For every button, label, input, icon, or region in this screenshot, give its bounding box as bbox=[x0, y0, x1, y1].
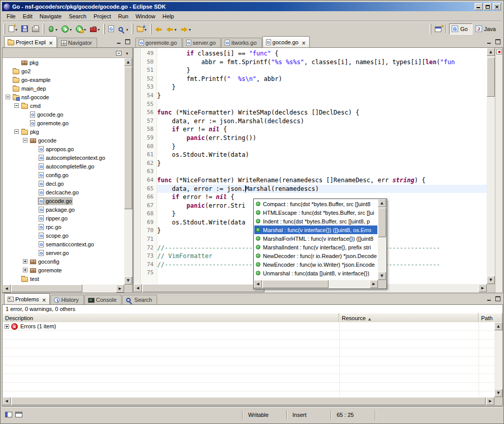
tree-item-pkg[interactable]: pkg bbox=[3, 58, 124, 67]
editor-hscrollbar-thumb[interactable] bbox=[142, 284, 264, 292]
close-tab-icon[interactable] bbox=[302, 40, 306, 44]
completion-item[interactable]: NewDecoder : func(r io.Reader) *json.Dec… bbox=[254, 251, 377, 260]
completion-item[interactable]: Compact : func(dst *bytes.Buffer, src []… bbox=[254, 200, 377, 208]
editor-vertical-scrollbar[interactable] bbox=[487, 48, 495, 284]
title-bar[interactable]: Go - nsf-gocode/src/pkg/gocode/gocode.go… bbox=[2, 2, 502, 11]
dropdown-arrow-icon[interactable] bbox=[69, 26, 72, 32]
maximize-button[interactable] bbox=[484, 3, 492, 10]
tree-vertical-scrollbar[interactable] bbox=[124, 58, 132, 285]
fast-view-icon[interactable] bbox=[5, 412, 12, 417]
popup-horizontal-scrollbar[interactable] bbox=[254, 280, 378, 289]
menu-window[interactable]: Window bbox=[132, 12, 159, 20]
collapse-all-button[interactable] bbox=[114, 48, 123, 58]
bottom-tab-problems[interactable]: Problems bbox=[4, 293, 50, 304]
maximize-view-button[interactable] bbox=[124, 38, 131, 45]
tree-item-main-dep[interactable]: main_dep bbox=[3, 84, 124, 93]
scroll-right-button[interactable] bbox=[486, 397, 494, 405]
tree-item-apropos-go[interactable]: apropos.go bbox=[3, 145, 124, 153]
close-tab-icon[interactable] bbox=[42, 297, 46, 301]
menu-file[interactable]: File bbox=[3, 12, 19, 20]
tree-item-cmd[interactable]: cmd bbox=[3, 101, 124, 110]
scroll-right-button[interactable] bbox=[479, 284, 487, 292]
tree-scrollbar-thumb[interactable] bbox=[124, 67, 132, 209]
completion-item[interactable]: NewEncoder : func(w io.Writer) *json.Enc… bbox=[254, 260, 377, 269]
tree-item-server-go[interactable]: server.go bbox=[3, 248, 124, 257]
print-button[interactable] bbox=[31, 23, 41, 35]
completion-item[interactable]: Indent : func(dst *bytes.Buffer, src []u… bbox=[254, 217, 377, 225]
tree-item-gocode-go[interactable]: gocode.go bbox=[3, 196, 124, 205]
explorer-tab-project-expl[interactable]: Project Expl bbox=[4, 36, 57, 47]
back-button[interactable] bbox=[165, 23, 178, 35]
editor-tab-server-go[interactable]: server.go bbox=[183, 38, 221, 47]
dropdown-arrow-icon[interactable] bbox=[54, 26, 57, 32]
editor-tab-goremote-go[interactable]: goremote.go bbox=[135, 38, 182, 47]
collapse-icon[interactable] bbox=[23, 138, 27, 143]
problems-row[interactable]: Errors (1 item) bbox=[3, 322, 494, 331]
tree-item-go2[interactable]: go2 bbox=[3, 67, 124, 75]
scroll-down-button[interactable] bbox=[494, 389, 502, 397]
popup-scrollbar-thumb[interactable] bbox=[378, 208, 386, 237]
tree-item-package-go[interactable]: package.go bbox=[3, 205, 124, 214]
new-go-file-button[interactable] bbox=[107, 23, 115, 35]
save-button[interactable] bbox=[20, 23, 29, 35]
editor-tab-itworks-go[interactable]: itworks.go bbox=[221, 38, 262, 47]
tree-item-declcache-go[interactable]: declcache.go bbox=[3, 188, 124, 196]
dropdown-arrow-icon[interactable] bbox=[188, 26, 191, 32]
scroll-right-button[interactable] bbox=[116, 285, 124, 293]
tree-item-pkg[interactable]: pkg bbox=[3, 127, 124, 136]
scroll-left-button[interactable] bbox=[3, 285, 11, 293]
editor-scrollbar-thumb[interactable] bbox=[487, 57, 495, 97]
menu-search[interactable]: Search bbox=[65, 12, 90, 20]
menu-edit[interactable]: Edit bbox=[19, 12, 36, 20]
minimize-editor-button[interactable] bbox=[485, 38, 493, 45]
collapse-icon[interactable] bbox=[14, 129, 19, 134]
scroll-left-button[interactable] bbox=[134, 284, 142, 292]
perspective-java[interactable]: Java bbox=[473, 23, 500, 35]
search-button[interactable] bbox=[116, 23, 130, 35]
new-wizard-button[interactable] bbox=[7, 23, 19, 35]
completion-item[interactable]: Marshal : func(v interface{}) ([]uint8, … bbox=[254, 225, 377, 234]
problems-hscrollbar-thumb[interactable] bbox=[11, 397, 486, 405]
run-button[interactable] bbox=[60, 23, 73, 35]
minimize-button[interactable] bbox=[475, 3, 483, 10]
tree-item-ripper-go[interactable]: ripper.go bbox=[3, 214, 124, 222]
editor-tab-gocode-go[interactable]: gocode.go bbox=[262, 36, 310, 47]
tree-item-goremote-go[interactable]: goremote.go bbox=[3, 119, 124, 127]
minimize-view-button[interactable] bbox=[115, 38, 123, 45]
bottom-tab-console[interactable]: Console bbox=[84, 295, 122, 304]
scroll-down-button[interactable] bbox=[378, 272, 386, 280]
menu-project[interactable]: Project bbox=[90, 12, 114, 20]
collapse-icon[interactable] bbox=[6, 95, 10, 99]
debug-button[interactable] bbox=[46, 23, 59, 35]
tree-item-nsf-gocode[interactable]: nsf-gocode bbox=[3, 93, 124, 101]
dropdown-arrow-icon[interactable] bbox=[173, 26, 176, 32]
popup-hscrollbar-thumb[interactable] bbox=[262, 280, 329, 288]
maximize-editor-button[interactable] bbox=[494, 38, 501, 45]
column-header-description[interactable]: Description bbox=[3, 313, 339, 322]
perspective-go[interactable]: Go bbox=[449, 23, 472, 35]
tree-item-scope-go[interactable]: scope.go bbox=[3, 231, 124, 240]
open-perspective-button[interactable] bbox=[433, 23, 443, 35]
tree-item-gocode-go[interactable]: gocode.go bbox=[3, 110, 124, 119]
close-tab-icon[interactable] bbox=[49, 40, 53, 44]
tree-hscrollbar-thumb[interactable] bbox=[11, 285, 82, 292]
dropdown-arrow-icon[interactable] bbox=[125, 26, 128, 32]
dropdown-arrow-icon[interactable] bbox=[97, 26, 100, 32]
run-last-launched-button[interactable] bbox=[74, 23, 87, 35]
view-menu-button[interactable] bbox=[124, 48, 130, 58]
overview-ruler[interactable] bbox=[495, 48, 502, 293]
tree-item-test[interactable]: test bbox=[3, 274, 124, 283]
tree-item-autocompletefile-go[interactable]: autocompletefile.go bbox=[3, 162, 124, 171]
tree-item-goconfig[interactable]: goconfig bbox=[3, 257, 124, 266]
scroll-left-button[interactable] bbox=[254, 280, 262, 288]
problems-vertical-scrollbar[interactable] bbox=[494, 322, 502, 397]
expand-icon[interactable] bbox=[23, 259, 27, 264]
tree-item-autocompletecontext-go[interactable]: autocompletecontext.go bbox=[3, 153, 124, 162]
scroll-up-button[interactable] bbox=[487, 48, 495, 56]
bottom-tab-search[interactable]: Search bbox=[122, 295, 157, 304]
tree-item-gocode[interactable]: gocode bbox=[3, 136, 124, 145]
scroll-up-button[interactable] bbox=[124, 58, 132, 66]
bottom-tab-history[interactable]: History bbox=[50, 295, 83, 304]
scroll-right-button[interactable] bbox=[370, 280, 378, 288]
last-edit-location-button[interactable] bbox=[154, 23, 164, 35]
